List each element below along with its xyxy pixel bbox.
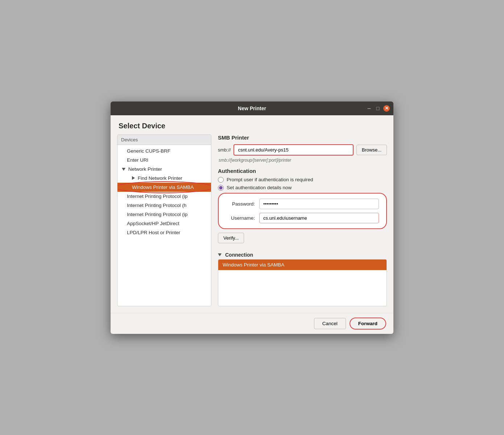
ipp-ip-label: Internet Printing Protocol (ip	[127, 194, 187, 199]
device-ipp-h[interactable]: Internet Printing Protocol (h	[117, 201, 211, 210]
titlebar: New Printer – □ ✕	[111, 102, 393, 115]
collapsed-icon	[132, 176, 135, 180]
prompt-radio-label: Prompt user if authentication is require…	[227, 177, 313, 182]
username-label: Username:	[226, 215, 255, 221]
set-auth-radio-label: Set authentication details now	[227, 185, 292, 190]
username-row: Username:	[226, 213, 379, 223]
window-title: New Printer	[111, 105, 393, 111]
ipp-h-label: Internet Printing Protocol (h	[127, 203, 186, 208]
set-auth-radio[interactable]	[218, 185, 224, 191]
smb-row: smb:// Browse...	[218, 144, 387, 156]
devices-header: Devices	[117, 135, 211, 145]
prompt-radio[interactable]	[218, 177, 224, 183]
expand-icon	[122, 168, 125, 171]
smb-hint: smb://[workgroup/]server[:port]/printer	[218, 158, 387, 163]
connection-title: Connection	[218, 252, 387, 258]
connection-title-label: Connection	[225, 252, 253, 258]
ipp-ipps-label: Internet Printing Protocol (ip	[127, 212, 187, 217]
devices-panel: Devices Generic CUPS-BRF Enter URI Netwo…	[117, 134, 211, 306]
auth-fields: Password: Username:	[218, 193, 387, 229]
verify-button[interactable]: Verify...	[218, 233, 244, 243]
lpd-label: LPD/LPR Host or Printer	[127, 230, 180, 235]
close-button[interactable]: ✕	[383, 105, 390, 112]
smb-section-title: SMB Printer	[218, 134, 387, 141]
set-auth-radio-row: Set authentication details now	[218, 185, 387, 191]
page-title: Select Device	[111, 115, 393, 134]
smb-address-input[interactable]	[234, 144, 353, 156]
device-find-network[interactable]: Find Network Printer	[117, 174, 211, 183]
connection-expand-icon	[218, 253, 222, 256]
cancel-button[interactable]: Cancel	[314, 318, 346, 329]
prompt-radio-row: Prompt user if authentication is require…	[218, 177, 387, 183]
windows-samba-label: Windows Printer via SAMBA	[132, 185, 194, 190]
auth-title: Authentication	[218, 168, 387, 174]
main-content: Devices Generic CUPS-BRF Enter URI Netwo…	[111, 134, 393, 313]
forward-button[interactable]: Forward	[350, 318, 386, 330]
device-windows-samba[interactable]: Windows Printer via SAMBA	[117, 183, 211, 192]
password-label: Password:	[226, 201, 255, 207]
right-panel: SMB Printer smb:// Browse... smb://[work…	[211, 134, 387, 306]
smb-prefix: smb://	[218, 147, 231, 153]
username-input[interactable]	[259, 213, 379, 223]
find-network-label: Find Network Printer	[138, 175, 182, 181]
device-list: Generic CUPS-BRF Enter URI Network Print…	[117, 145, 211, 239]
device-network-printer[interactable]: Network Printer	[117, 165, 211, 174]
device-appsocket[interactable]: AppSocket/HP JetDirect	[117, 219, 211, 228]
minimize-button[interactable]: –	[366, 105, 372, 112]
new-printer-window: New Printer – □ ✕ Select Device Devices …	[111, 102, 393, 334]
connection-item-samba[interactable]: Windows Printer via SAMBA	[218, 260, 387, 270]
network-printer-label: Network Printer	[128, 166, 162, 172]
maximize-button[interactable]: □	[375, 105, 381, 112]
device-lpd[interactable]: LPD/LPR Host or Printer	[117, 228, 211, 237]
connection-list: Windows Printer via SAMBA	[218, 259, 387, 306]
connection-section: Connection Windows Printer via SAMBA	[218, 252, 387, 306]
device-ipp-ipps[interactable]: Internet Printing Protocol (ip	[117, 210, 211, 219]
generic-cups-label: Generic CUPS-BRF	[127, 148, 170, 154]
window-body: Select Device Devices Generic CUPS-BRF E…	[111, 115, 393, 334]
appsocket-label: AppSocket/HP JetDirect	[127, 221, 179, 226]
device-ipp-ip[interactable]: Internet Printing Protocol (ip	[117, 192, 211, 201]
auth-section: Authentication Prompt user if authentica…	[218, 168, 387, 248]
password-row: Password:	[226, 199, 379, 209]
device-enter-uri[interactable]: Enter URI	[117, 156, 211, 165]
titlebar-controls: – □ ✕	[366, 105, 390, 112]
enter-uri-label: Enter URI	[127, 157, 148, 163]
password-input[interactable]	[259, 199, 379, 209]
device-generic-cups[interactable]: Generic CUPS-BRF	[117, 146, 211, 156]
bottom-bar: Cancel Forward	[111, 313, 393, 334]
browse-button[interactable]: Browse...	[356, 145, 387, 155]
